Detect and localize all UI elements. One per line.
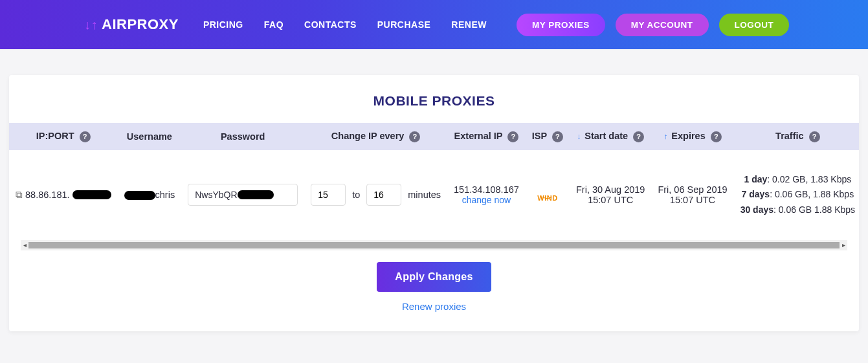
my-account-button[interactable]: MY ACCOUNT <box>616 14 709 36</box>
help-icon[interactable]: ? <box>633 131 644 142</box>
table-wrap: IP:PORT ? Username Password Change IP ev… <box>9 123 859 240</box>
help-icon[interactable]: ? <box>507 131 518 142</box>
nav-contacts[interactable]: CONTACTS <box>304 19 357 30</box>
help-icon[interactable]: ? <box>711 131 722 142</box>
sort-down-icon: ↓ <box>577 132 581 141</box>
redacted-ip <box>72 190 111 199</box>
table-row: ⧉ 88.86.181. chris NwsYbQR <box>9 150 859 240</box>
col-ipport: IP:PORT ? <box>9 123 118 150</box>
nav-renew[interactable]: RENEW <box>451 19 487 30</box>
main-nav: PRICING FAQ CONTACTS PURCHASE RENEW <box>203 19 487 30</box>
traffic-7days: 7 days: 0.06 GB, 1.88 Kbps <box>740 187 855 203</box>
traffic-1day: 1 day: 0.02 GB, 1.83 Kbps <box>740 172 855 188</box>
isp-name: WIND <box>532 194 563 202</box>
proxies-panel: MOBILE PROXIES IP:PORT ? Username Passwo… <box>9 75 859 331</box>
logo[interactable]: ↓↑ AIRPROXY <box>84 16 179 33</box>
expires-line2: 15:07 UTC <box>658 195 727 205</box>
external-ip: 151.34.108.167 <box>454 184 519 195</box>
start-date-line2: 15:07 UTC <box>576 195 645 205</box>
col-username: Username <box>118 123 182 150</box>
renew-proxies-link[interactable]: Renew proxies <box>9 301 859 312</box>
scroll-left-icon[interactable]: ◂ <box>21 241 28 248</box>
help-icon[interactable]: ? <box>80 131 91 142</box>
page-title: MOBILE PROXIES <box>9 93 859 109</box>
scroll-track[interactable] <box>28 242 840 248</box>
scroll-right-icon[interactable]: ▸ <box>840 241 847 248</box>
nav-faq[interactable]: FAQ <box>264 19 284 30</box>
pill-group: MY PROXIES MY ACCOUNT LOGOUT <box>517 14 789 36</box>
col-password: Password <box>181 123 304 150</box>
col-start-date[interactable]: ↓ Start date ? <box>570 123 651 150</box>
change-from-input[interactable] <box>311 184 346 206</box>
username-suffix: chris <box>155 190 175 200</box>
change-now-link[interactable]: change now <box>454 195 519 205</box>
logo-text: AIRPROXY <box>102 16 179 33</box>
col-change-ip: Change IP every ? <box>304 123 447 150</box>
col-isp: ISP ? <box>526 123 570 150</box>
apply-changes-button[interactable]: Apply Changes <box>377 262 491 292</box>
nav-purchase[interactable]: PURCHASE <box>377 19 431 30</box>
help-icon[interactable]: ? <box>409 131 420 142</box>
header: ↓↑ AIRPROXY PRICING FAQ CONTACTS PURCHAS… <box>0 0 868 49</box>
change-sep: to <box>352 190 360 200</box>
arrows-icon: ↓↑ <box>84 17 98 32</box>
nav-pricing[interactable]: PRICING <box>203 19 243 30</box>
my-proxies-button[interactable]: MY PROXIES <box>517 14 605 36</box>
col-traffic: Traffic ? <box>734 123 859 150</box>
help-icon[interactable]: ? <box>552 131 563 142</box>
password-input[interactable]: NwsYbQR <box>188 184 298 206</box>
logout-button[interactable]: LOGOUT <box>719 14 790 36</box>
proxies-table: IP:PORT ? Username Password Change IP ev… <box>9 123 859 240</box>
col-external-ip: External IP ? <box>447 123 526 150</box>
redacted-username <box>124 191 155 200</box>
expires-line1: Fri, 06 Sep 2019 <box>658 184 727 195</box>
col-expires[interactable]: ↑ Expires ? <box>651 123 733 150</box>
change-to-input[interactable] <box>366 184 401 206</box>
sort-up-icon: ↑ <box>663 132 667 141</box>
horizontal-scrollbar[interactable]: ◂ ▸ <box>21 240 847 250</box>
copy-icon[interactable]: ⧉ <box>16 189 23 201</box>
help-icon[interactable]: ? <box>809 131 820 142</box>
redacted-password <box>238 190 274 199</box>
change-unit: minutes <box>408 190 441 200</box>
ip-prefix: 88.86.181. <box>25 190 70 200</box>
start-date-line1: Fri, 30 Aug 2019 <box>576 184 645 195</box>
traffic-30days: 30 days: 0.06 GB 1.88 Kbps <box>740 203 855 218</box>
